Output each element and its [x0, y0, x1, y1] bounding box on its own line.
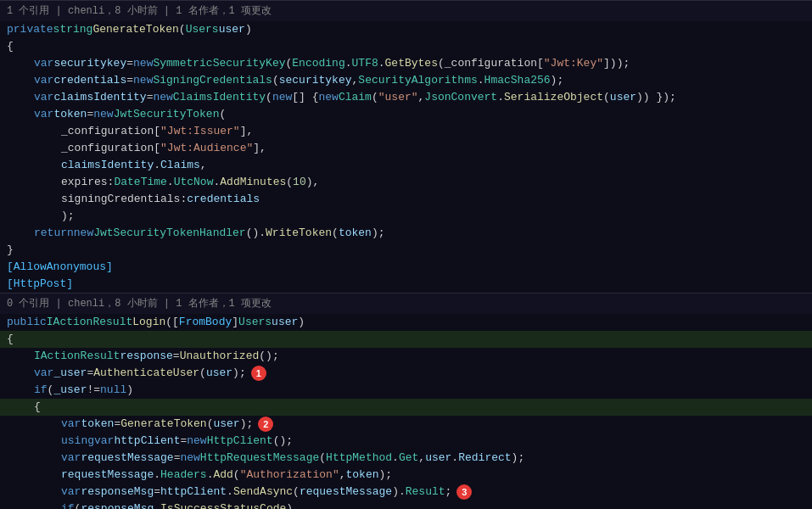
code-token: ]));: [603, 55, 630, 72]
code-token: JwtSecurityTokenHandler: [93, 225, 245, 242]
code-token: user: [425, 450, 451, 467]
code-token: );: [372, 225, 385, 242]
code-token: ): [126, 382, 133, 399]
code-token: user: [610, 89, 636, 106]
code-token: token: [339, 225, 372, 242]
code-token: =: [114, 416, 120, 433]
code-token: WriteToken: [266, 225, 332, 242]
code-token: ,: [339, 467, 346, 484]
code-token: if: [61, 501, 75, 509]
code-token: HttpRequestMessage: [200, 450, 319, 467]
code-token: =: [87, 106, 93, 123]
code-token: .: [227, 484, 233, 501]
code-token: =: [126, 55, 133, 72]
code-token: ();: [259, 348, 278, 365]
code-token: _user: [53, 382, 87, 399]
code-token: ,: [200, 157, 207, 174]
code-token: ClaimsIdentity: [173, 89, 266, 106]
code-token: Users: [186, 21, 219, 38]
code-token: var: [34, 72, 53, 89]
code-token: ;: [445, 484, 452, 501]
code-token: null: [100, 382, 126, 399]
code-token: ): [298, 314, 305, 331]
code-token: (: [199, 365, 206, 382]
code-token: responseMsg: [81, 501, 154, 509]
code-token: credentials: [53, 72, 126, 89]
code-token: user: [213, 416, 239, 433]
code-token: {: [7, 38, 14, 55]
code-token: {: [34, 399, 41, 416]
code-token: _configuration[: [61, 123, 160, 140]
code-token: FromBody: [179, 314, 232, 331]
code-token: (: [75, 501, 81, 509]
code-token: token: [81, 416, 114, 433]
code-token: private: [7, 21, 53, 38]
code-token: "user": [378, 89, 418, 106]
code-token: !=: [87, 382, 100, 399]
code-token: _user: [53, 365, 87, 382]
code-token: var: [34, 55, 53, 72]
code-token: (: [285, 55, 292, 72]
code-line: [AllowAnonymous]: [0, 259, 812, 276]
code-line: var _user = AuthenticateUser(user);1: [0, 365, 812, 382]
code-token: public: [7, 314, 47, 331]
code-line: _configuration["Jwt:Issuer"],: [0, 123, 812, 140]
code-token: var: [34, 106, 53, 123]
code-token: "Jwt:Key": [544, 55, 603, 72]
code-editor: 1 个引用 | chenli，8 小时前 | 1 名作者，1 项更改privat…: [0, 0, 812, 509]
code-token: new: [319, 89, 339, 106]
code-line: );: [0, 208, 812, 225]
code-token: "Jwt:Audience": [160, 140, 253, 157]
code-token: );: [61, 208, 75, 225]
code-token: var: [61, 450, 81, 467]
code-token: );: [551, 72, 564, 89]
badge-3: 3: [456, 484, 472, 500]
code-token: ,: [418, 89, 425, 106]
code-token: return: [34, 225, 74, 242]
code-token: AddMinutes: [220, 174, 286, 191]
code-block: 1 个引用 | chenli，8 小时前 | 1 名作者，1 项更改privat…: [0, 0, 812, 509]
code-line: public IActionResult Login([FromBody]Use…: [0, 314, 812, 331]
code-token: credentials: [187, 191, 260, 208]
code-token: HttpClient: [207, 433, 273, 450]
code-line: var securitykey = new SymmetricSecurityK…: [0, 55, 812, 72]
code-token: (: [332, 225, 339, 242]
code-token: using: [61, 433, 94, 450]
code-token: GenerateToken: [92, 21, 178, 38]
code-line: var responseMsg = httpClient.SendAsync(r…: [0, 484, 812, 501]
code-token: Claim: [339, 89, 372, 106]
code-token: .: [345, 55, 352, 72]
code-token: SigningCredentials: [153, 72, 272, 89]
code-line: using var httpClient = new HttpClient();: [0, 433, 812, 450]
code-token: =: [126, 72, 133, 89]
code-token: (: [319, 450, 326, 467]
code-token: signingCredentials:: [61, 191, 187, 208]
code-token: var: [61, 416, 81, 433]
code-token: IActionResult: [34, 348, 120, 365]
code-token: (: [272, 72, 279, 89]
code-token: token: [346, 467, 379, 484]
code-token: {: [7, 331, 14, 348]
code-token: (: [179, 21, 186, 38]
code-token: var: [34, 89, 53, 106]
code-token: (: [233, 467, 240, 484]
code-line: [HttpPost]: [0, 276, 812, 293]
code-token: new: [74, 225, 93, 242]
code-token: "Jwt:Issuer": [160, 123, 240, 140]
code-token: )) });: [636, 89, 676, 106]
code-token: Users: [238, 314, 272, 331]
code-token: Login: [132, 314, 165, 331]
code-token: user: [272, 314, 298, 331]
code-token: );: [240, 416, 254, 433]
code-token: (: [219, 106, 226, 123]
code-token: token: [53, 106, 87, 123]
code-token: );: [379, 467, 393, 484]
code-token: Unauthorized: [180, 348, 260, 365]
code-line: if (responseMsg.IsSuccessStatusCode): [0, 501, 812, 509]
code-token: HmacSha256: [484, 72, 551, 89]
code-token: Add: [213, 467, 232, 484]
code-line: }: [0, 242, 812, 259]
code-token: JsonConvert: [424, 89, 497, 106]
code-token: =: [87, 365, 93, 382]
code-token: Result: [406, 484, 445, 501]
